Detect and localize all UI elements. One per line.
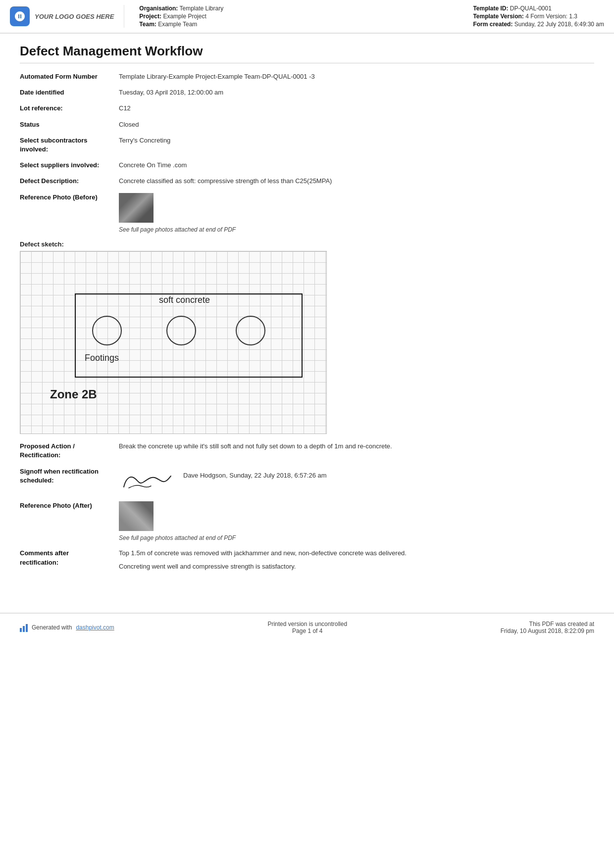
footer-page-number: Page 1 of 4 bbox=[267, 627, 347, 634]
bar-2 bbox=[23, 626, 25, 632]
sketch-circle-2 bbox=[166, 316, 196, 345]
header-template-version: Template Version: 4 Form Version: 1.3 bbox=[473, 13, 604, 20]
bar-3 bbox=[26, 624, 28, 632]
sketch-zone-label: Zone 2B bbox=[50, 387, 97, 401]
logo-icon bbox=[10, 6, 30, 26]
sketch-circle-3 bbox=[236, 316, 265, 345]
form-row-defect-desc: Defect Description: Concrete classified … bbox=[20, 177, 594, 186]
label-subcontractor: Select subcontractors involved: bbox=[20, 136, 119, 154]
sketch-circle-1 bbox=[92, 316, 122, 345]
footer-pdf-created-label: This PDF was created at bbox=[501, 621, 594, 627]
photo-after-thumbnail bbox=[119, 501, 154, 531]
photo-before-caption: See full page photos attached at end of … bbox=[119, 226, 594, 234]
label-proposed-action: Proposed Action / Rectification: bbox=[20, 442, 119, 460]
sketch-label: Defect sketch: bbox=[20, 241, 594, 248]
label-signoff: Signoff when rectification scheduled: bbox=[20, 467, 119, 485]
svg-marker-5 bbox=[129, 194, 144, 204]
form-row-proposed-action: Proposed Action / Rectification: Break t… bbox=[20, 442, 594, 460]
sketch-soft-label: soft concrete bbox=[159, 295, 210, 305]
form-row-status: Status Closed bbox=[20, 120, 594, 129]
label-status: Status bbox=[20, 120, 119, 129]
footer-generated-label: Generated with bbox=[32, 624, 72, 631]
svg-rect-7 bbox=[119, 519, 154, 531]
value-lot: C12 bbox=[119, 104, 594, 113]
photo-after-caption: See full page photos attached at end of … bbox=[119, 534, 594, 542]
form-row-lot: Lot reference: C12 bbox=[20, 104, 594, 113]
comment-line-2: Concreting went well and compressive str… bbox=[119, 562, 594, 571]
form-row-date: Date identified Tuesday, 03 April 2018, … bbox=[20, 88, 594, 97]
svg-rect-1 bbox=[119, 208, 154, 223]
form-row-automated-number: Automated Form Number Template Library-E… bbox=[20, 72, 594, 81]
footer-generated-link[interactable]: dashpivot.com bbox=[76, 624, 114, 631]
page-body: Defect Management Workflow Automated For… bbox=[0, 34, 614, 598]
value-proposed-action: Break the concrete up while it's still s… bbox=[119, 442, 594, 451]
header-meta: Organisation: Template Library Project: … bbox=[134, 5, 604, 28]
header-org: Organisation: Template Library bbox=[139, 5, 223, 12]
photo-before-thumbnail bbox=[119, 193, 154, 223]
page-header: YOUR LOGO GOES HERE Organisation: Templa… bbox=[0, 0, 614, 34]
value-photo-before: See full page photos attached at end of … bbox=[119, 193, 594, 234]
page-footer: Generated with dashpivot.com Printed ver… bbox=[0, 613, 614, 641]
form-row-subcontractor: Select subcontractors involved: Terry's … bbox=[20, 136, 594, 154]
header-team: Team: Example Team bbox=[139, 21, 223, 28]
svg-rect-8 bbox=[121, 504, 134, 516]
logo-area: YOUR LOGO GOES HERE bbox=[10, 5, 124, 28]
value-status: Closed bbox=[119, 120, 594, 129]
form-row-photo-before: Reference Photo (Before) See full page p… bbox=[20, 193, 594, 234]
value-comments: Top 1.5m of concrete was removed with ja… bbox=[119, 549, 594, 571]
sketch-footings-label: Footings bbox=[85, 353, 119, 363]
value-suppliers: Concrete On Time .com bbox=[119, 161, 594, 170]
label-date: Date identified bbox=[20, 88, 119, 97]
value-defect-desc: Concrete classified as soft: compressive… bbox=[119, 177, 594, 186]
svg-rect-6 bbox=[119, 501, 154, 531]
bar-1 bbox=[20, 628, 22, 632]
label-photo-before: Reference Photo (Before) bbox=[20, 193, 119, 202]
footer-bars-icon bbox=[20, 623, 28, 632]
footer-center: Printed version is uncontrolled Page 1 o… bbox=[267, 621, 347, 634]
form-row-signoff: Signoff when rectification scheduled: Da… bbox=[20, 467, 594, 494]
svg-rect-4 bbox=[129, 195, 144, 205]
logo-text: YOUR LOGO GOES HERE bbox=[35, 13, 114, 20]
value-date: Tuesday, 03 April 2018, 12:00:00 am bbox=[119, 88, 594, 97]
page-title: Defect Management Workflow bbox=[20, 44, 594, 63]
form-row-photo-after: Reference Photo (After) See full page ph… bbox=[20, 501, 594, 542]
sketch-container: soft concrete Footings Zone 2B bbox=[20, 251, 327, 434]
footer-pdf-created-value: Friday, 10 August 2018, 8:22:09 pm bbox=[501, 627, 594, 634]
sketch-content: soft concrete Footings Zone 2B bbox=[20, 251, 326, 434]
form-row-suppliers: Select suppliers involved: Concrete On T… bbox=[20, 161, 594, 170]
header-project: Project: Example Project bbox=[139, 13, 223, 20]
svg-rect-0 bbox=[119, 193, 154, 223]
form-row-comments: Comments after rectification: Top 1.5m o… bbox=[20, 549, 594, 571]
signature-image bbox=[119, 467, 168, 494]
value-photo-after: See full page photos attached at end of … bbox=[119, 501, 594, 542]
value-signoff: Dave Hodgson, Sunday, 22 July 2018, 6:57… bbox=[119, 467, 594, 494]
signoff-name: Dave Hodgson, Sunday, 22 July 2018, 6:57… bbox=[183, 467, 327, 480]
svg-rect-9 bbox=[136, 506, 146, 515]
value-automated-number: Template Library-Example Project-Example… bbox=[119, 72, 594, 81]
footer-right: This PDF was created at Friday, 10 Augus… bbox=[501, 621, 594, 634]
header-template-id: Template ID: DP-QUAL-0001 bbox=[473, 5, 604, 12]
comment-line-1: Top 1.5m of concrete was removed with ja… bbox=[119, 549, 594, 558]
label-photo-after: Reference Photo (After) bbox=[20, 501, 119, 510]
signature-area: Dave Hodgson, Sunday, 22 July 2018, 6:57… bbox=[119, 467, 594, 494]
label-lot: Lot reference: bbox=[20, 104, 119, 113]
label-comments: Comments after rectification: bbox=[20, 549, 119, 567]
label-automated-number: Automated Form Number bbox=[20, 72, 119, 81]
footer-print-note: Printed version is uncontrolled bbox=[267, 621, 347, 627]
footer-left: Generated with dashpivot.com bbox=[20, 623, 114, 632]
label-suppliers: Select suppliers involved: bbox=[20, 161, 119, 170]
header-form-created: Form created: Sunday, 22 July 2018, 6:49… bbox=[473, 21, 604, 28]
defect-sketch-section: Defect sketch: soft concrete Footings Zo… bbox=[20, 241, 594, 434]
header-org-col: Organisation: Template Library Project: … bbox=[139, 5, 223, 28]
value-subcontractor: Terry's Concreting bbox=[119, 136, 594, 145]
label-defect-desc: Defect Description: bbox=[20, 177, 119, 186]
header-template-col: Template ID: DP-QUAL-0001 Template Versi… bbox=[473, 5, 604, 28]
footer-logo bbox=[20, 623, 28, 632]
